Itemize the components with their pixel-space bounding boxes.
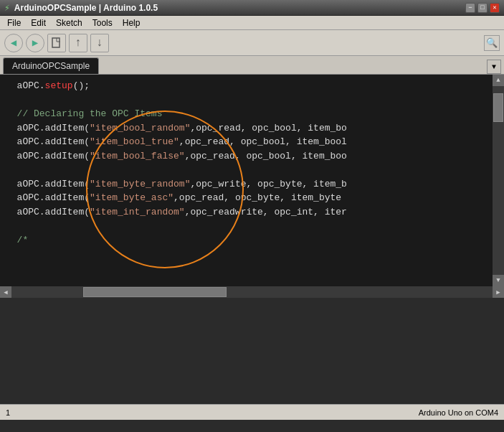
search-button[interactable]: 🔍 [484, 35, 500, 51]
status-right: Arduino Uno on COM4 [419, 408, 498, 417]
minimize-button[interactable]: − [465, 3, 475, 13]
tab-arduinoopc[interactable]: ArduinoOPCSample [3, 57, 99, 74]
close-button[interactable]: ✕ [490, 3, 500, 13]
code-line-1: aOPC.setup(); [6, 79, 498, 93]
code-line-6: aOPC.addItem("item_bool_false",opc_read,… [6, 149, 498, 164]
maximize-button[interactable]: □ [477, 3, 488, 13]
title-bar: ⚡ ArduinoOPCSample | Arduino 1.0.5 − □ ✕ [0, 0, 504, 16]
new-button[interactable] [47, 34, 66, 52]
h-scroll-track[interactable] [11, 286, 493, 298]
toolbar-right: 🔍 [484, 35, 500, 51]
forward-button[interactable]: ▶ [26, 34, 44, 52]
code-editor[interactable]: aOPC.setup(); // Declaring the OPC Items… [0, 75, 504, 286]
app-icon: ⚡ [4, 2, 10, 14]
code-line-2 [6, 93, 498, 108]
code-line-9: aOPC.addItem("item_byte_asc",opc_read, o… [6, 191, 498, 205]
menu-file[interactable]: File [3, 17, 25, 29]
svg-rect-0 [52, 38, 60, 47]
menu-edit[interactable]: Edit [27, 17, 50, 29]
status-left: 1 [6, 408, 10, 417]
back-button[interactable]: ◀ [4, 34, 23, 52]
bottom-panel [0, 298, 504, 404]
vertical-scrollbar[interactable]: ▲ ▼ [493, 75, 504, 286]
tab-bar: ArduinoOPCSample ▼ [0, 56, 504, 75]
code-line-5: aOPC.addItem("item_bool_true",opc_read, … [6, 135, 498, 149]
h-scroll-thumb[interactable] [83, 287, 227, 297]
menu-help[interactable]: Help [118, 17, 145, 29]
code-line-10: aOPC.addItem("item_int_random",opc_readw… [6, 205, 498, 220]
title-bar-left: ⚡ ArduinoOPCSample | Arduino 1.0.5 [4, 2, 158, 14]
tab-dropdown[interactable]: ▼ [487, 60, 501, 74]
code-line-4: aOPC.addItem("item_bool_random",opc_read… [6, 121, 498, 136]
scroll-down-arrow[interactable]: ▼ [493, 275, 504, 286]
menu-tools[interactable]: Tools [88, 17, 117, 29]
scroll-right-arrow[interactable]: ▶ [493, 286, 504, 298]
menu-sketch[interactable]: Sketch [52, 17, 87, 29]
window-title: ArduinoOPCSample | Arduino 1.0.5 [14, 3, 158, 13]
scroll-track[interactable] [493, 86, 504, 275]
status-bar: 1 Arduino Uno on COM4 [0, 404, 504, 420]
code-line-3: // Declaring the OPC Items [6, 107, 498, 121]
open-button[interactable]: ↑ [69, 34, 87, 52]
scroll-up-arrow[interactable]: ▲ [493, 75, 504, 86]
window-controls: − □ ✕ [465, 3, 500, 13]
editor-area: aOPC.setup(); // Declaring the OPC Items… [0, 75, 504, 286]
toolbar: ◀ ▶ ↑ ↓ 🔍 [0, 30, 504, 56]
scroll-thumb[interactable] [493, 93, 503, 122]
code-line-8: aOPC.addItem("item_byte_random",opc_writ… [6, 177, 498, 192]
menu-bar: File Edit Sketch Tools Help [0, 16, 504, 30]
code-line-11 [6, 219, 498, 233]
scroll-left-arrow[interactable]: ◀ [0, 286, 11, 298]
save-button[interactable]: ↓ [90, 34, 109, 52]
code-line-7 [6, 163, 498, 177]
code-line-12: /* [6, 233, 498, 248]
horizontal-scrollbar[interactable]: ◀ ▶ [0, 286, 504, 298]
